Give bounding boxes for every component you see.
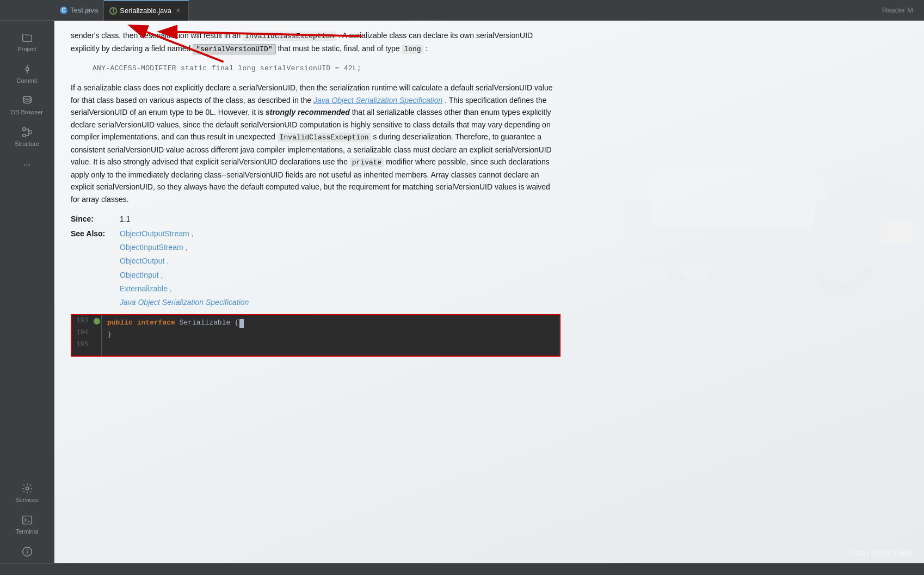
since-row: Since: 1.1 xyxy=(71,213,560,225)
tab-bar: C Test.java I Serializable.java ✕ Reader… xyxy=(0,0,924,21)
tab-icon-serializable-java: I xyxy=(109,7,117,15)
folder-icon xyxy=(21,32,33,44)
see-also-Externalizable[interactable]: Externalizable , xyxy=(120,283,249,295)
info-icon xyxy=(21,546,33,558)
sidebar-label-db-browser: DB Browser xyxy=(11,109,43,115)
see-also-ObjectInputStream[interactable]: ObjectInputStream , xyxy=(120,241,249,253)
see-also-java-spec[interactable]: Java Object Serialization Specification xyxy=(120,296,249,308)
sidebar-item-project[interactable]: Project xyxy=(0,26,54,58)
sidebar-item-structure[interactable]: Structure xyxy=(0,121,54,152)
see-also-row: See Also: ObjectOutputStream , ObjectInp… xyxy=(71,228,560,309)
sidebar-item-services[interactable]: Services xyxy=(0,477,54,509)
watermark: CSDN @明志学编程 xyxy=(848,549,913,559)
more-label: ... xyxy=(23,157,31,168)
line-row-195: 195 xyxy=(72,339,101,351)
sidebar-item-info[interactable] xyxy=(0,540,54,563)
code-body: public interface Serializable { xyxy=(102,315,559,356)
intro-text: sender's class, then deserialization wil… xyxy=(71,31,241,40)
tab-close-serializable[interactable]: ✕ xyxy=(174,7,183,15)
code-line-content-193: public interface Serializable { xyxy=(107,317,554,329)
line-num-193: 193 xyxy=(72,316,93,326)
line-num-195: 195 xyxy=(72,340,93,350)
tab-icon-test-java: C xyxy=(60,7,67,14)
database-icon xyxy=(21,95,33,107)
structure-icon xyxy=(21,126,33,138)
code-line-content-194: } xyxy=(107,329,554,341)
line-num-194: 194 xyxy=(72,328,93,338)
sidebar-item-db-browser[interactable]: DB Browser xyxy=(0,89,54,121)
sidebar-item-more[interactable]: ... xyxy=(0,152,54,173)
long-keyword: long xyxy=(402,45,423,54)
tab-label-test-java: Test.java xyxy=(70,6,98,14)
doc-para2: If a serializable class does not explici… xyxy=(71,82,560,205)
editor-area: sender's class, then deserialization wil… xyxy=(54,21,924,563)
invalid-class-exception2: InvalidClassException xyxy=(278,133,371,142)
java-spec-link[interactable]: Java Object Serialization Specification xyxy=(313,96,442,105)
serial-version-uid-quoted: "serialVersionUID" xyxy=(193,44,275,54)
tab-test-java[interactable]: C Test.java xyxy=(54,0,104,21)
sidebar: Project Commit DB Browser xyxy=(0,21,54,563)
svg-point-3 xyxy=(23,96,31,100)
terminal-icon xyxy=(21,514,33,526)
tab-serializable-java[interactable]: I Serializable.java ✕ xyxy=(104,0,189,21)
line-indicator-195 xyxy=(93,341,101,350)
breakpoint-indicator-193[interactable] xyxy=(94,318,100,325)
sidebar-item-commit[interactable]: Commit xyxy=(0,58,54,89)
class-name-serializable: Serializable xyxy=(180,317,231,329)
doc-text: sender's class, then deserialization wil… xyxy=(71,29,560,357)
svg-point-11 xyxy=(26,487,29,490)
see-also-ObjectOutputStream[interactable]: ObjectOutputStream , xyxy=(120,228,249,240)
svg-point-0 xyxy=(26,68,29,71)
sidebar-item-terminal[interactable]: Terminal xyxy=(0,509,54,540)
line-row-194: 194 xyxy=(72,327,101,339)
strongly-recommended: strongly recommended xyxy=(266,108,350,117)
line-row-193: 193 xyxy=(72,315,101,327)
bottom-strip xyxy=(0,563,924,575)
svg-rect-6 xyxy=(28,131,32,133)
sidebar-label-terminal: Terminal xyxy=(16,528,39,535)
sidebar-label-services: Services xyxy=(15,497,38,503)
code-line-numbers: 193 194 195 xyxy=(72,315,102,356)
sidebar-label-project: Project xyxy=(17,46,36,52)
intro-cont3: : xyxy=(426,44,428,53)
svg-rect-12 xyxy=(22,516,32,524)
svg-rect-4 xyxy=(22,128,26,131)
code-line-content-195 xyxy=(107,341,554,353)
see-also-ObjectInput[interactable]: ObjectInput , xyxy=(120,269,249,281)
code-section: 193 194 195 xyxy=(71,314,560,357)
keyword-public: public xyxy=(107,317,133,329)
sidebar-label-structure: Structure xyxy=(15,140,39,147)
doc-panel: sender's class, then deserialization wil… xyxy=(54,21,924,563)
doc-para-intro: sender's class, then deserialization wil… xyxy=(71,29,560,56)
commit-icon xyxy=(21,63,33,75)
line-indicator-194 xyxy=(93,329,101,338)
tab-label-serializable-java: Serializable.java xyxy=(120,7,171,15)
svg-rect-5 xyxy=(22,134,26,137)
see-also-ObjectOutput[interactable]: ObjectOutput , xyxy=(120,255,249,267)
open-brace: { xyxy=(235,317,239,329)
invalid-class-exception-inline: InvalidClassException xyxy=(243,32,336,41)
private-keyword: private xyxy=(350,158,384,167)
close-brace: } xyxy=(107,329,112,341)
scrollable-doc[interactable]: sender's class, then deserialization wil… xyxy=(54,21,924,563)
keyword-interface: interface xyxy=(137,317,175,329)
cursor xyxy=(239,319,244,328)
see-also-label: See Also: xyxy=(71,228,114,240)
line-indicator-193 xyxy=(93,317,101,326)
code-block-serialversionuid: ANY-ACCESS-MODIFIER static final long se… xyxy=(93,63,560,75)
since-label: Since: xyxy=(71,213,114,225)
see-also-links: ObjectOutputStream , ObjectInputStream ,… xyxy=(120,228,249,309)
sidebar-label-commit: Commit xyxy=(17,77,38,84)
reader-mode-label[interactable]: Reader M xyxy=(882,6,913,14)
meta-section: Since: 1.1 See Also: ObjectOutputStream … xyxy=(71,213,560,309)
intro-cont2: that must be static, final, and of type xyxy=(278,44,399,53)
services-icon xyxy=(21,482,33,494)
since-value: 1.1 xyxy=(120,213,130,225)
